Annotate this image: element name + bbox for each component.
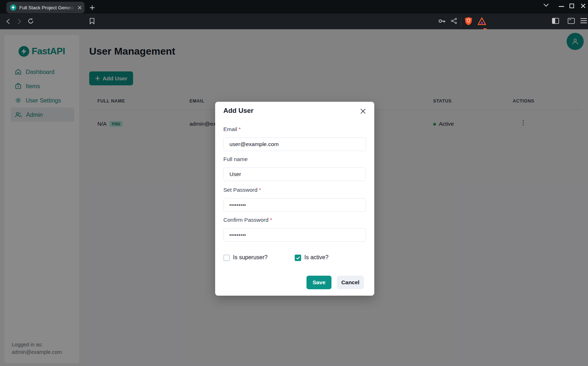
- save-button[interactable]: Save: [306, 276, 331, 289]
- sidebar-toggle-icon[interactable]: [552, 17, 559, 24]
- minimize-button[interactable]: [559, 6, 564, 7]
- tab-search-chevron-icon[interactable]: [543, 4, 549, 7]
- confirm-password-label: Confirm Password*: [223, 217, 272, 223]
- required-asterisk: *: [259, 187, 261, 193]
- brave-shield-icon[interactable]: [464, 16, 473, 26]
- checkmark-icon: [296, 256, 300, 260]
- required-asterisk: *: [270, 217, 272, 223]
- share-icon[interactable]: [450, 17, 457, 24]
- back-icon[interactable]: [4, 18, 11, 25]
- browser-window-icon[interactable]: [567, 17, 575, 24]
- brave-rewards-icon[interactable]: [477, 17, 486, 25]
- is-active-label: Is active?: [304, 254, 329, 261]
- full-name-label-text: Full name: [223, 156, 248, 162]
- browser-tab[interactable]: Full Stack Project Genera: [6, 2, 85, 13]
- fastapi-favicon-icon: [10, 4, 16, 11]
- reload-icon[interactable]: [27, 17, 35, 25]
- maximize-button[interactable]: [569, 4, 574, 8]
- cancel-button[interactable]: Cancel: [337, 276, 364, 289]
- tab-close-icon[interactable]: [78, 6, 82, 10]
- full-name-label: Full name: [223, 156, 248, 162]
- is-superuser-label: Is superuser?: [233, 254, 268, 261]
- full-name-field[interactable]: User: [223, 167, 366, 181]
- close-window-button[interactable]: [581, 4, 586, 8]
- forward-icon[interactable]: [16, 18, 23, 25]
- new-tab-button[interactable]: [88, 3, 96, 12]
- is-active-checkbox[interactable]: [295, 255, 301, 261]
- browser-window: Full Stack Project Genera: [0, 0, 588, 366]
- add-user-modal: Add User Email* user@example.com Full na…: [215, 102, 374, 296]
- checkbox-row: Is superuser? Is active?: [223, 254, 366, 261]
- email-label-text: Email: [223, 126, 237, 132]
- modal-close-icon[interactable]: [359, 107, 366, 115]
- email-field[interactable]: user@example.com: [223, 137, 366, 151]
- hamburger-menu-icon[interactable]: [580, 17, 587, 24]
- set-password-field[interactable]: •••••••••: [223, 198, 366, 212]
- tab-bar: Full Stack Project Genera: [0, 0, 588, 14]
- modal-title: Add User: [223, 107, 253, 115]
- set-password-label: Set Password*: [223, 187, 261, 193]
- toolbar-divider: [461, 17, 461, 26]
- browser-toolbar: localhost/admin 1: [0, 14, 588, 29]
- is-superuser-checkbox[interactable]: [223, 255, 230, 261]
- confirm-password-field[interactable]: •••••••••: [223, 228, 366, 242]
- key-icon[interactable]: [438, 17, 446, 25]
- confirm-password-label-text: Confirm Password: [223, 217, 269, 223]
- tab-title-fade: [65, 4, 75, 12]
- required-asterisk: *: [239, 126, 241, 132]
- set-password-label-text: Set Password: [223, 187, 258, 193]
- email-label: Email*: [223, 126, 241, 132]
- bookmark-icon[interactable]: [88, 17, 96, 25]
